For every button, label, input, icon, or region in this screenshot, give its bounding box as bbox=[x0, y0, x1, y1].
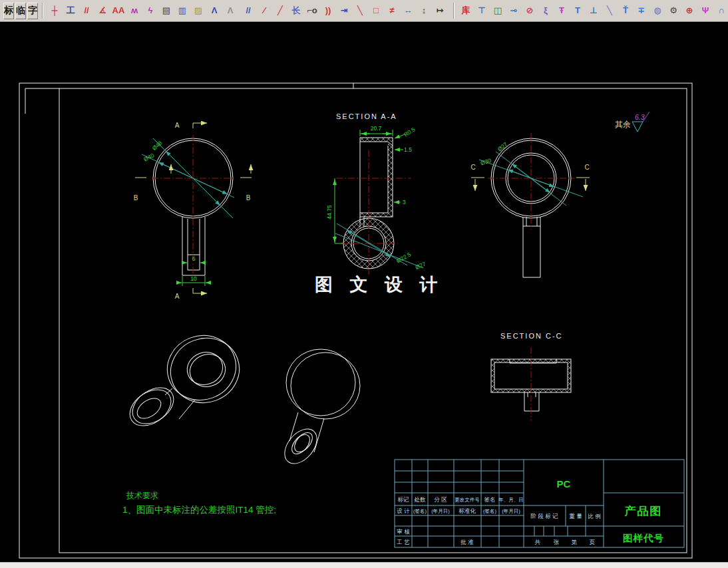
dim-label-stem-width: 10 bbox=[190, 275, 197, 282]
baseline-dimension-icon[interactable]: 工 bbox=[63, 3, 78, 18]
tb-sheets-unit: 张 bbox=[554, 539, 560, 545]
dim-label-fillet: R0.5 bbox=[403, 126, 417, 138]
tb-review-label: 审 核 bbox=[397, 528, 410, 535]
section-cc-view: SECTION C-C bbox=[491, 332, 571, 421]
datum-arrow-icon[interactable]: ⇥ bbox=[337, 3, 351, 18]
belt-pulley-icon[interactable]: ∩ bbox=[714, 3, 728, 18]
section-letter-a-bottom: A bbox=[175, 293, 180, 300]
app-window: 标 临 字 ┼工//∡AAʍϟ▤▥▨ΛΛ //∕╱长⌐o))⇥╲□≠↔↕↦ 库⊤… bbox=[0, 0, 728, 568]
drawing-canvas[interactable]: Ø48 Ø40 6 10 bbox=[0, 22, 728, 562]
title-block: 标记 处数 分 区 更改文件号 签名 年、月、日 设 计 (签名) (年月日) … bbox=[395, 460, 684, 547]
dim-label-width: 20.7 bbox=[371, 125, 382, 132]
vertical-span-icon[interactable]: ↕ bbox=[417, 3, 431, 18]
shaft-icon[interactable]: ⊸ bbox=[506, 3, 521, 18]
section-letter-b-left: B bbox=[134, 194, 138, 202]
section-letter-c-right: C bbox=[584, 164, 589, 171]
iso-view-2 bbox=[278, 349, 360, 470]
sheet-frame bbox=[19, 83, 692, 558]
section-aa-view: SECTION A-A bbox=[326, 112, 427, 275]
break-view-icon[interactable]: ▤ bbox=[159, 3, 174, 18]
tb-standard-sign: (签名) bbox=[483, 508, 496, 514]
dim-label-side-inner: Ø27 bbox=[496, 141, 509, 153]
spring-icon[interactable]: ξ bbox=[538, 3, 553, 18]
tb-design-label: 设 计 bbox=[397, 507, 410, 514]
tb-header-zone: 分 区 bbox=[434, 496, 447, 503]
countersunk-screw-icon[interactable]: Ψ bbox=[698, 3, 713, 18]
dim-label-slot-width: 6 bbox=[192, 255, 196, 262]
polyline-dimension-icon[interactable]: ʍ bbox=[127, 3, 142, 18]
tech-requirements: 技术要求 1、图面中未标注的公差按照IT14 管控; bbox=[122, 491, 276, 515]
status-bar bbox=[0, 562, 728, 568]
iso-view-1 bbox=[123, 326, 248, 433]
horizontal-span-icon[interactable]: ↔ bbox=[401, 3, 415, 18]
side-view: Ø27 Ø30 C C bbox=[470, 133, 590, 277]
limit-span-icon[interactable]: ↦ bbox=[433, 3, 447, 18]
line-icon[interactable]: ╱ bbox=[273, 3, 287, 18]
rect-leader-icon[interactable]: □ bbox=[369, 3, 383, 18]
dim-label-inner-dia: Ø40 bbox=[142, 152, 155, 162]
section-letter-b-right: B bbox=[246, 194, 251, 202]
dim-label-wall: 1.5 bbox=[404, 146, 412, 153]
hatch-blue-icon[interactable]: ▥ bbox=[175, 3, 190, 18]
toolbar-separator bbox=[42, 3, 43, 19]
section-letter-c-left: C bbox=[470, 164, 475, 171]
front-view: Ø48 Ø40 6 10 bbox=[134, 122, 252, 300]
tb-header-date: 年、月、日 bbox=[498, 497, 524, 503]
tb-design-sign: (签名) bbox=[413, 508, 427, 514]
tb-page-label: 第 bbox=[572, 539, 578, 545]
dim-label-step: 3 bbox=[403, 199, 406, 206]
dim-label-outer-dia: Ø48 bbox=[151, 140, 164, 152]
pin-icon[interactable]: ⊥ bbox=[586, 3, 601, 18]
length-dimension-icon[interactable]: 长 bbox=[289, 3, 303, 18]
chamfer-icon[interactable]: Λ bbox=[207, 3, 222, 18]
tb-header-change-doc: 更改文件号 bbox=[455, 497, 480, 503]
section-lines-icon[interactable]: // bbox=[241, 3, 256, 18]
dimension-icon[interactable]: ┼ bbox=[47, 3, 62, 18]
toolbar-button-biao[interactable]: 标 bbox=[3, 3, 14, 19]
text-style-icon[interactable]: AA bbox=[111, 3, 126, 18]
parallel-lines-icon[interactable]: // bbox=[79, 3, 94, 18]
dim-label-bore: Ø22.5 bbox=[395, 251, 412, 264]
toolbar-button-lin[interactable]: 临 bbox=[15, 3, 26, 19]
screw-icon[interactable]: Ť bbox=[618, 3, 633, 18]
hatch-lines-icon[interactable]: ╲ bbox=[602, 3, 617, 18]
chain-wheel-icon[interactable]: ⚙ bbox=[666, 3, 681, 18]
leader-zigzag-icon[interactable]: ϟ bbox=[143, 3, 158, 18]
half-line-icon[interactable]: ∕ bbox=[257, 3, 272, 18]
section-cc-title: SECTION C-C bbox=[500, 332, 563, 340]
t-bolt-icon[interactable]: T bbox=[570, 3, 585, 18]
tb-drawing-name: 产品图 bbox=[624, 505, 663, 517]
main-toolbar: 标 临 字 ┼工//∡AAʍϟ▤▥▨ΛΛ //∕╱长⌐o))⇥╲□≠↔↕↦ 库⊤… bbox=[0, 0, 728, 22]
dim-label-hub: Ø27 bbox=[414, 260, 427, 271]
tb-scale-label: 比 例 bbox=[588, 513, 600, 519]
dim-label-side-hub: Ø30 bbox=[480, 157, 492, 167]
toolbar-button-zi[interactable]: 字 bbox=[27, 3, 38, 19]
stud-icon[interactable]: ∓ bbox=[634, 3, 649, 18]
bolt-icon[interactable]: Ŧ bbox=[554, 3, 569, 18]
tb-design-date: (年月日) bbox=[431, 508, 450, 514]
tap-tool-icon[interactable]: ⊤ bbox=[474, 3, 489, 18]
frame-part-icon[interactable]: ◫ bbox=[490, 3, 505, 18]
tb-approve-label: 批 准 bbox=[460, 539, 474, 545]
leader-hook-icon[interactable]: ⌐o bbox=[305, 3, 319, 18]
crosshair-icon[interactable]: ⊕ bbox=[682, 3, 697, 18]
tech-requirements-line1: 1、图面中未标注的公差按照IT14 管控; bbox=[122, 505, 276, 515]
bearing-icon[interactable]: ◍ bbox=[650, 3, 665, 18]
chamfer-dim-icon[interactable]: Λ bbox=[223, 3, 238, 18]
bearing-section-icon[interactable]: ⊘ bbox=[522, 3, 537, 18]
tb-header-mark: 标记 bbox=[398, 496, 410, 503]
surface-finish-value: 6.3 bbox=[635, 113, 645, 121]
toolbar-group-annotation: //∕╱长⌐o))⇥╲□≠↔↕↦ bbox=[240, 3, 448, 18]
toolbar-separator-2 bbox=[453, 3, 455, 19]
slope-line-icon[interactable]: ╲ bbox=[353, 3, 367, 18]
hatch-yellow-icon[interactable]: ▨ bbox=[191, 3, 206, 18]
surface-finish-note: 其余 6.3 bbox=[615, 112, 649, 132]
library-icon[interactable]: 库 bbox=[458, 3, 473, 18]
tb-standard-date: (年月日) bbox=[502, 508, 520, 514]
tb-process-label: 工 艺 bbox=[396, 539, 410, 545]
double-arc-icon[interactable]: )) bbox=[321, 3, 335, 18]
angle-dimension-icon[interactable]: ∡ bbox=[95, 3, 110, 18]
watermark-text: 图 文 设 计 bbox=[315, 275, 444, 295]
tb-header-signature: 签名 bbox=[484, 496, 496, 503]
double-strike-icon[interactable]: ≠ bbox=[385, 3, 399, 18]
